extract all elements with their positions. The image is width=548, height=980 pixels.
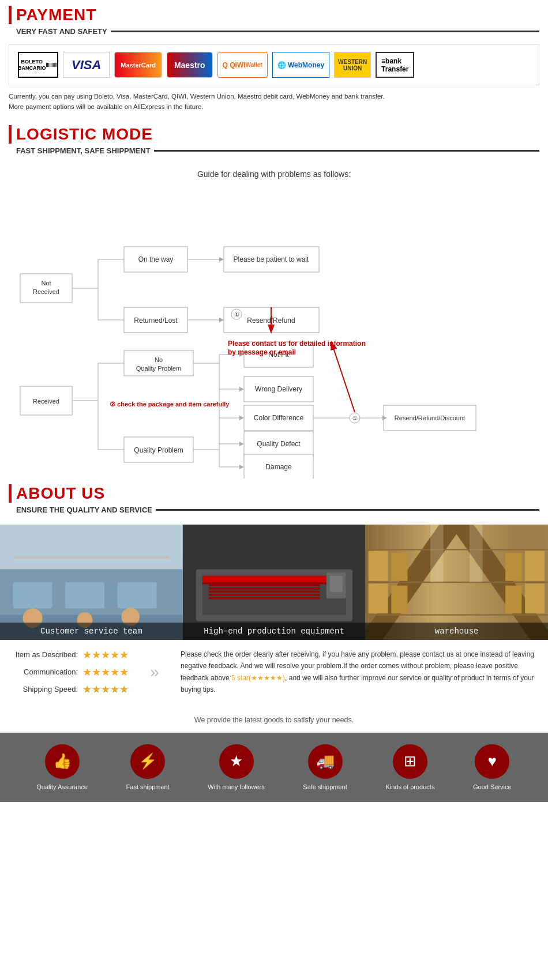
header-bar bbox=[9, 6, 12, 24]
payment-header: PAYMENT bbox=[0, 0, 548, 27]
svg-rect-104 bbox=[506, 585, 522, 613]
svg-text:Please contact us for detailed: Please contact us for detailed informati… bbox=[228, 340, 366, 348]
footer-icon-safe: 🚚 Safe shippment bbox=[303, 744, 347, 790]
warehouse-photo: warehouse bbox=[365, 525, 548, 640]
payment-title: PAYMENT bbox=[16, 6, 96, 24]
svg-text:Quality Problem: Quality Problem bbox=[136, 365, 181, 372]
payment-section: PAYMENT VERY FAST AND SAFETY BOLETOBANCA… bbox=[0, 0, 548, 119]
svg-rect-97 bbox=[369, 551, 388, 581]
followers-icon: ★ bbox=[219, 744, 254, 779]
svg-text:Color Difference: Color Difference bbox=[254, 414, 304, 422]
webmoney-logo: 🌐 WebMoney bbox=[272, 52, 329, 78]
rating-label-described: Item as Described: bbox=[9, 650, 78, 659]
stars-described: ★★★★★ bbox=[82, 649, 129, 661]
service-label: Good Service bbox=[473, 783, 512, 790]
shipping-icon: ⚡ bbox=[130, 744, 165, 779]
logistic-header: LOGISTIC MODE bbox=[0, 119, 548, 146]
svg-rect-106 bbox=[470, 525, 483, 582]
visa-logo: VISA bbox=[63, 52, 110, 78]
shipping-label: Fast shippment bbox=[126, 783, 170, 790]
svg-text:①: ① bbox=[234, 311, 239, 318]
ratings-section: Item as Described: ★★★★★ Communication: … bbox=[0, 640, 548, 704]
highlight-stars: 5 star(★★★★★) bbox=[231, 674, 285, 682]
about-bar bbox=[9, 484, 12, 503]
svg-marker-54 bbox=[239, 465, 244, 469]
payment-subtitle-line: VERY FAST AND SAFETY bbox=[0, 27, 548, 42]
office-photo: Customer service team bbox=[0, 525, 183, 640]
safe-icon: 🚚 bbox=[308, 744, 343, 779]
svg-rect-69 bbox=[13, 556, 170, 559]
svg-text:Resend/Refund/Discount: Resend/Refund/Discount bbox=[395, 414, 465, 421]
machine-label: High-end production equipment bbox=[183, 623, 366, 640]
about-photos: Customer service team High-end productio… bbox=[0, 525, 548, 640]
office-label: Customer service team bbox=[0, 623, 183, 640]
svg-rect-103 bbox=[525, 583, 545, 613]
svg-rect-88 bbox=[209, 594, 320, 595]
warehouse-label: warehouse bbox=[365, 623, 548, 640]
payment-logos-container: BOLETOBANCARIO||||||||||| VISA MasterCar… bbox=[9, 44, 539, 85]
quality-label: Quality Assurance bbox=[36, 783, 88, 790]
rating-item-described: Item as Described: ★★★★★ bbox=[9, 649, 129, 661]
products-label: Kinds of products bbox=[385, 783, 434, 790]
svg-text:No: No bbox=[155, 356, 163, 363]
svg-marker-16 bbox=[219, 318, 224, 322]
svg-text:Returned/Lost: Returned/Lost bbox=[134, 316, 178, 325]
guide-title: Guide for dealing with problems as follo… bbox=[0, 161, 548, 184]
svg-text:Damage: Damage bbox=[265, 463, 292, 471]
svg-marker-40 bbox=[239, 387, 244, 391]
logistic-subtitle: FAST SHIPPMENT, SAFE SHIPPMENT bbox=[16, 146, 151, 155]
svg-text:Quality Problem: Quality Problem bbox=[134, 446, 183, 454]
svg-rect-27 bbox=[124, 350, 193, 376]
svg-marker-50 bbox=[239, 442, 244, 446]
qiwi-logo: Q QIWIWallet bbox=[217, 52, 268, 78]
svg-text:Please be patient to wait: Please be patient to wait bbox=[234, 255, 309, 263]
flowchart: Not Received On the way Returned/Lost Pl… bbox=[9, 184, 539, 478]
svg-rect-86 bbox=[209, 587, 320, 589]
bank-transfer-logo: ≡bankTransfer bbox=[376, 52, 414, 78]
western-union-logo: WESTERNUNION bbox=[334, 52, 371, 78]
svg-rect-70 bbox=[13, 582, 52, 608]
stars-communication: ★★★★★ bbox=[82, 666, 129, 679]
svg-text:② check the package and item c: ② check the package and item carefully bbox=[110, 401, 230, 408]
rating-item-communication: Communication: ★★★★★ bbox=[9, 666, 129, 679]
logistic-divider bbox=[154, 150, 539, 152]
footer-icon-service: ♥ Good Service bbox=[473, 744, 512, 790]
logistic-bar bbox=[9, 125, 12, 144]
logistic-title: LOGISTIC MODE bbox=[16, 125, 153, 144]
svg-rect-87 bbox=[209, 590, 320, 592]
about-title: ABOUT US bbox=[16, 484, 105, 503]
about-header: ABOUT US bbox=[0, 478, 548, 506]
rating-item-shipping: Shipping Speed: ★★★★★ bbox=[9, 683, 129, 696]
icons-footer: 👍 Quality Assurance ⚡ Fast shippment ★ W… bbox=[0, 733, 548, 802]
rating-label-communication: Communication: bbox=[9, 668, 78, 676]
boleto-logo: BOLETOBANCARIO||||||||||| bbox=[18, 52, 58, 78]
svg-rect-85 bbox=[209, 584, 320, 586]
svg-text:Wrong Delivery: Wrong Delivery bbox=[255, 385, 302, 393]
footer-icon-quality: 👍 Quality Assurance bbox=[36, 744, 88, 790]
svg-text:On the way: On the way bbox=[138, 255, 174, 263]
maestro-logo: Maestro bbox=[167, 52, 213, 78]
logistic-section: LOGISTIC MODE FAST SHIPPMENT, SAFE SHIPP… bbox=[0, 119, 548, 478]
footer-icon-shipping: ⚡ Fast shippment bbox=[126, 744, 170, 790]
svg-text:Not: Not bbox=[41, 280, 51, 287]
svg-line-63 bbox=[332, 343, 355, 412]
svg-rect-72 bbox=[118, 582, 157, 608]
svg-marker-44 bbox=[239, 416, 244, 420]
payment-note: Currently, you can pay using Boleto, Vis… bbox=[0, 88, 548, 119]
svg-rect-71 bbox=[65, 582, 104, 608]
ratings-left: Item as Described: ★★★★★ Communication: … bbox=[9, 649, 129, 696]
products-icon: ⊞ bbox=[393, 744, 427, 779]
payment-subtitle: VERY FAST AND SAFETY bbox=[16, 27, 107, 36]
ratings-note: Please check the order clearly after rec… bbox=[181, 649, 539, 696]
stars-shipping: ★★★★★ bbox=[82, 683, 129, 696]
safe-label: Safe shippment bbox=[303, 783, 347, 790]
bottom-text: We provide the latest goods to satisfy y… bbox=[0, 704, 548, 733]
footer-icon-followers: ★ With many followers bbox=[208, 744, 264, 790]
followers-label: With many followers bbox=[208, 783, 264, 790]
footer-icon-products: ⊞ Kinds of products bbox=[385, 744, 434, 790]
svg-rect-101 bbox=[369, 583, 388, 613]
about-divider bbox=[156, 509, 539, 511]
svg-text:①: ① bbox=[352, 415, 358, 421]
subtitle-divider bbox=[111, 31, 539, 32]
svg-rect-99 bbox=[525, 551, 545, 581]
